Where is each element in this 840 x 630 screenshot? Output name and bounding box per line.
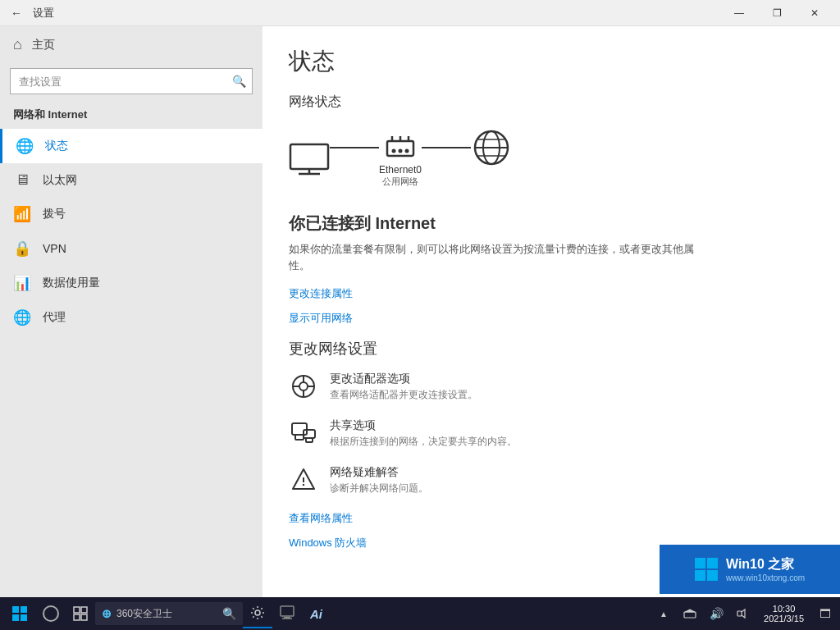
win10-badge-text: Win10 之家 www.win10xtong.com — [726, 556, 805, 582]
svg-point-16 — [299, 382, 308, 390]
clock-time: 10:30 — [773, 604, 796, 614]
change-connection-link[interactable]: 更改连接属性 — [289, 286, 814, 301]
svg-rect-24 — [306, 438, 313, 442]
sidebar-item-proxy[interactable]: 🌐 代理 — [0, 300, 262, 335]
setting-item-sharing[interactable]: 共享选项 根据所连接到的网络，决定要共享的内容。 — [289, 418, 814, 449]
task-view-button[interactable] — [66, 599, 95, 628]
start-button[interactable] — [3, 597, 36, 630]
taskbar-right: ▲ 🔊 10:30 2021/3/15 🗖 — [652, 597, 837, 630]
nd-globe — [471, 127, 512, 168]
svg-rect-37 — [684, 612, 696, 618]
taskbar-search-text: 360安全卫士 — [116, 607, 217, 621]
svg-point-28 — [43, 606, 58, 621]
svg-rect-0 — [290, 144, 328, 169]
sidebar: ⌂ 主页 🔍 网络和 Internet 🌐 状态 🖥 以太网 📶 拨号 — [0, 26, 262, 597]
main-content: ⌂ 主页 🔍 网络和 Internet 🌐 状态 🖥 以太网 📶 拨号 — [0, 26, 840, 597]
settings-window: ← 设置 — ❐ ✕ ⌂ 主页 🔍 网络和 Internet — [0, 0, 840, 597]
svg-rect-22 — [295, 435, 304, 440]
troubleshoot-text: 网络疑难解答 诊断并解决网络问题。 — [330, 465, 428, 495]
minimize-button[interactable]: — — [720, 0, 758, 26]
show-networks-link[interactable]: 显示可用网络 — [289, 311, 814, 326]
cortana-button[interactable] — [36, 599, 66, 628]
computer-svg-icon — [289, 143, 330, 177]
sidebar-item-status[interactable]: 🌐 状态 — [0, 129, 262, 163]
adapter-text: 更改适配器选项 查看网络适配器并更改连接设置。 — [330, 372, 477, 402]
sidebar-item-ethernet-label: 以太网 — [43, 173, 77, 188]
change-network-title: 更改网络设置 — [289, 339, 814, 358]
ai-label: Ai — [310, 607, 322, 621]
sidebar-section-title: 网络和 Internet — [0, 103, 262, 129]
svg-rect-38 — [737, 611, 742, 616]
sidebar-search-container: 🔍 — [10, 68, 253, 94]
win10-badge: Win10 之家 www.win10xtong.com — [660, 545, 840, 594]
search-app-icon: ⊕ — [102, 607, 112, 620]
sidebar-item-data-label: 数据使用量 — [43, 276, 100, 290]
proxy-icon: 🌐 — [13, 308, 31, 326]
search-input[interactable] — [10, 68, 253, 94]
taskbar-app-browser[interactable] — [272, 599, 302, 628]
search-icon: 🔍 — [232, 75, 246, 88]
connected-desc: 如果你的流量套餐有限制，则可以将此网络设置为按流量计费的连接，或者更改其他属性。 — [289, 241, 699, 273]
nd-line-1 — [330, 147, 379, 148]
taskbar-app-settings[interactable] — [243, 599, 272, 628]
sidebar-item-vpn[interactable]: 🔒 VPN — [0, 231, 262, 266]
nd-line-2 — [422, 147, 471, 148]
cortana-icon — [42, 605, 60, 623]
troubleshoot-title: 网络疑难解答 — [330, 465, 428, 480]
sidebar-item-vpn-label: VPN — [43, 242, 66, 255]
svg-rect-29 — [74, 607, 80, 613]
adapter-title: 更改适配器选项 — [330, 372, 477, 386]
svg-point-33 — [255, 610, 260, 615]
connected-title: 你已连接到 Internet — [289, 212, 814, 235]
sidebar-home-label: 主页 — [32, 38, 55, 52]
status-icon: 🌐 — [16, 137, 34, 155]
volume-tray-icon[interactable]: 🔊 — [705, 597, 728, 630]
router-svg-icon — [384, 133, 417, 162]
sharing-desc: 根据所连接到的网络，决定要共享的内容。 — [330, 435, 517, 449]
win10-badge-title: Win10 之家 — [726, 556, 805, 573]
right-panel: 状态 网络状态 — [262, 26, 840, 597]
win10-badge-subtitle: www.win10xtong.com — [726, 573, 805, 582]
network-tray-icon[interactable] — [678, 597, 701, 630]
nd-computer — [289, 143, 330, 177]
troubleshoot-icon — [289, 465, 318, 495]
taskbar-browser-icon — [279, 605, 295, 621]
sidebar-item-dial[interactable]: 📶 拨号 — [0, 197, 262, 231]
setting-item-troubleshoot[interactable]: 网络疑难解答 诊断并解决网络问题。 — [289, 465, 814, 495]
speaker-icon[interactable] — [731, 597, 754, 630]
taskbar-clock[interactable]: 10:30 2021/3/15 — [757, 597, 810, 630]
data-icon: 📊 — [13, 274, 31, 292]
notification-icon[interactable]: 🗖 — [814, 597, 837, 630]
restore-button[interactable]: ❐ — [758, 0, 796, 26]
taskbar-search-box[interactable]: ⊕ 360安全卫士 🔍 — [95, 602, 243, 625]
sharing-icon — [289, 418, 318, 448]
svg-rect-31 — [74, 614, 80, 620]
globe-svg-icon — [471, 127, 512, 168]
sidebar-item-status-label: 状态 — [45, 139, 68, 153]
chevron-up-icon[interactable]: ▲ — [652, 597, 675, 630]
svg-point-9 — [405, 148, 409, 153]
sidebar-item-home[interactable]: ⌂ 主页 — [0, 26, 262, 63]
taskbar-settings-icon — [249, 605, 266, 621]
svg-rect-30 — [81, 607, 87, 613]
network-properties-link[interactable]: 查看网络属性 — [289, 511, 814, 526]
windows-logo-icon — [12, 606, 27, 621]
dial-icon: 📶 — [13, 205, 31, 223]
ethernet0-label: Ethernet0 — [379, 164, 422, 176]
vpn-icon: 🔒 — [13, 240, 31, 258]
network-diagram: Ethernet0 公用网络 — [289, 127, 814, 193]
svg-rect-3 — [387, 141, 413, 156]
public-network-label: 公用网络 — [382, 176, 418, 188]
taskbar-ai-button[interactable]: Ai — [302, 599, 331, 628]
close-button[interactable]: ✕ — [796, 0, 833, 26]
sidebar-item-data[interactable]: 📊 数据使用量 — [0, 266, 262, 300]
svg-rect-34 — [281, 606, 294, 616]
setting-item-adapter[interactable]: 更改适配器选项 查看网络适配器并更改连接设置。 — [289, 372, 814, 402]
taskbar-search-icon: 🔍 — [222, 607, 236, 620]
svg-point-7 — [392, 148, 396, 153]
back-button[interactable]: ← — [7, 3, 26, 23]
taskbar: ⊕ 360安全卫士 🔍 Ai ▲ — [0, 597, 840, 630]
clock-date: 2021/3/15 — [764, 614, 804, 623]
sidebar-item-ethernet[interactable]: 🖥 以太网 — [0, 163, 262, 197]
task-view-icon — [73, 606, 88, 621]
